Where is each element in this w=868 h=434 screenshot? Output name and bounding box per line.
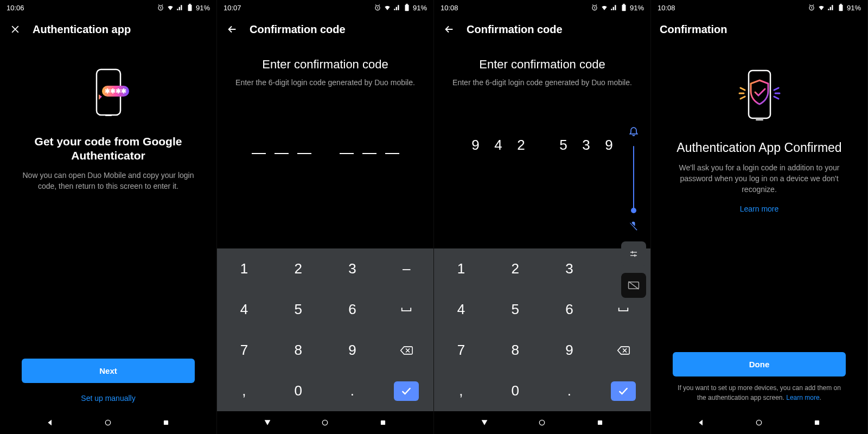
key-6[interactable]: 6 [326, 289, 380, 330]
battery-pct: 91% [630, 4, 644, 12]
heading: Authentication App Confirmed [664, 140, 854, 156]
nav-recent-icon[interactable] [811, 417, 823, 429]
nav-back-icon[interactable] [44, 417, 56, 429]
wifi-icon [167, 4, 174, 11]
heading: Enter confirmation code [230, 58, 420, 72]
svg-rect-22 [840, 4, 842, 5]
code-digit: 3 [579, 137, 593, 154]
key-period[interactable]: . [326, 371, 380, 411]
code-slot [385, 150, 399, 154]
signal-icon [827, 4, 835, 11]
key-3[interactable]: 3 [326, 248, 380, 289]
nav-back-icon[interactable] [695, 417, 707, 429]
heading: Enter confirmation code [447, 58, 637, 72]
bottom-actions: Next Set up manually [13, 359, 203, 411]
key-9[interactable]: 9 [542, 330, 597, 371]
phone-shield-illustration [735, 67, 784, 127]
close-icon[interactable] [9, 23, 22, 36]
key-5[interactable]: 5 [488, 289, 542, 330]
nav-recent-icon[interactable] [377, 417, 389, 429]
subtext: Enter the 6-digit login code generated b… [447, 77, 637, 88]
key-comma[interactable]: , [217, 371, 271, 411]
status-right: 91% [374, 4, 427, 12]
svg-rect-1 [188, 5, 192, 11]
key-1[interactable]: 1 [217, 248, 271, 289]
alarm-icon [808, 4, 815, 11]
code-digit: 9 [469, 137, 483, 154]
key-8[interactable]: 8 [488, 330, 542, 371]
status-time: 10:08 [441, 4, 458, 12]
key-2[interactable]: 2 [488, 248, 542, 289]
content: Enter confirmation code Enter the 6-digi… [434, 43, 650, 248]
key-5[interactable]: 5 [271, 289, 326, 330]
key-6[interactable]: 6 [542, 289, 597, 330]
nav-home-icon[interactable] [102, 417, 114, 429]
key-backspace[interactable] [379, 330, 433, 371]
nav-bar [217, 411, 433, 434]
nav-recent-icon[interactable] [594, 417, 606, 429]
next-button[interactable]: Next [22, 359, 195, 383]
key-4[interactable]: 4 [434, 289, 488, 330]
bell-icon[interactable] [625, 122, 642, 139]
svg-rect-24 [756, 119, 763, 120]
mic-off-icon[interactable] [625, 218, 642, 235]
page-title: Authentication app [33, 23, 131, 36]
caption-off-icon[interactable] [621, 273, 646, 298]
key-1[interactable]: 1 [434, 248, 488, 289]
code-slot [275, 150, 289, 154]
nav-home-icon[interactable] [753, 417, 765, 429]
back-icon[interactable] [443, 23, 456, 36]
nav-back-icon[interactable] [261, 417, 273, 429]
setup-manually-link[interactable]: Set up manually [13, 390, 203, 407]
header: Authentication app [0, 15, 216, 43]
done-button[interactable]: Done [673, 352, 846, 376]
key-8[interactable]: 8 [271, 330, 326, 371]
svg-rect-19 [598, 420, 602, 425]
code-digit: 4 [492, 137, 506, 154]
code-slot [252, 150, 266, 154]
battery-icon [620, 4, 628, 11]
page-title: Confirmation code [250, 23, 346, 36]
code-digit: 9 [602, 137, 616, 154]
key-comma[interactable]: , [434, 371, 488, 411]
key-backspace[interactable] [596, 330, 650, 371]
key-3[interactable]: 3 [542, 248, 597, 289]
key-0[interactable]: 0 [488, 371, 542, 411]
subtext: We'll ask you for a login code in additi… [664, 162, 854, 195]
nav-bar [651, 411, 867, 434]
edge-slider[interactable] [633, 146, 634, 211]
battery-icon [186, 4, 194, 11]
content: Enter confirmation code Enter the 6-digi… [217, 43, 433, 248]
nav-home-icon[interactable] [319, 417, 331, 429]
learn-more-link[interactable]: Learn more [740, 205, 779, 213]
svg-text:✱✱✱✱: ✱✱✱✱ [105, 87, 126, 95]
nav-back-icon[interactable] [478, 417, 490, 429]
battery-pct: 91% [196, 4, 210, 12]
key-dash[interactable]: – [379, 248, 433, 289]
key-0[interactable]: 0 [271, 371, 326, 411]
key-enter[interactable] [596, 371, 650, 411]
code-input[interactable] [230, 137, 420, 154]
nav-home-icon[interactable] [536, 417, 548, 429]
key-9[interactable]: 9 [326, 330, 380, 371]
numeric-keypad: 1 2 3 – 4 5 6 7 8 9 , 0 . [217, 248, 433, 411]
status-bar: 10:08 91% [651, 0, 867, 15]
screen-confirmed: 10:08 91% Confirmation Auth [651, 0, 868, 434]
status-bar: 10:07 91% [217, 0, 433, 15]
code-input[interactable]: 9 4 2 5 3 9 [447, 137, 637, 154]
code-slot [297, 150, 311, 154]
wifi-icon [818, 4, 825, 11]
key-4[interactable]: 4 [217, 289, 271, 330]
key-2[interactable]: 2 [271, 248, 326, 289]
nav-recent-icon[interactable] [160, 417, 172, 429]
key-space[interactable] [379, 289, 433, 330]
settings-sliders-icon[interactable] [621, 241, 646, 266]
key-7[interactable]: 7 [434, 330, 488, 371]
key-7[interactable]: 7 [217, 330, 271, 371]
back-icon[interactable] [226, 23, 239, 36]
screen-auth-app: 10:06 91% Authentication app ✱✱✱✱ Get yo… [0, 0, 217, 434]
key-period[interactable]: . [542, 371, 597, 411]
key-enter[interactable] [379, 371, 433, 411]
footer-learn-more-link[interactable]: Learn more [786, 394, 819, 401]
status-right: 91% [808, 4, 861, 12]
